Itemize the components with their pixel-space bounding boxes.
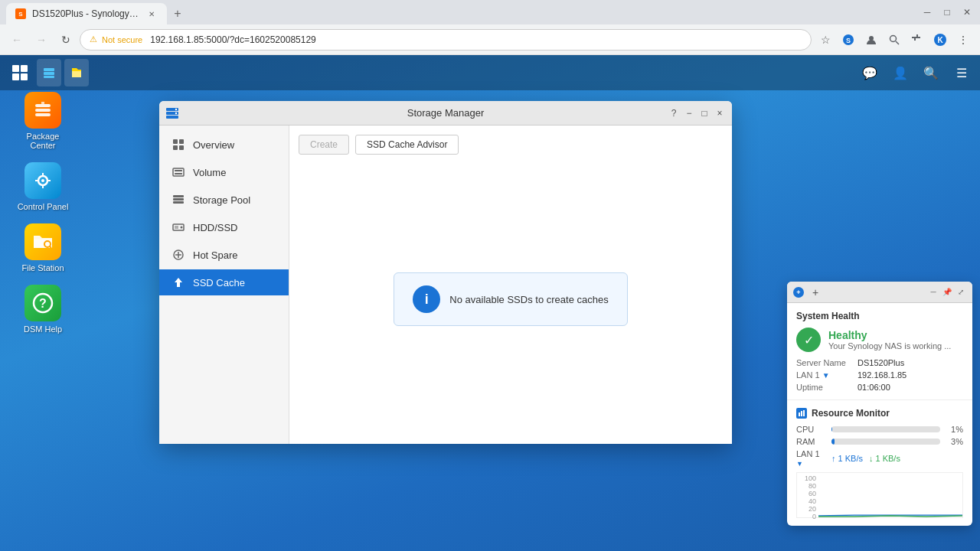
server-name-row: Server Name DS1520Plus xyxy=(796,358,963,367)
taskbar-user-button[interactable]: 👤 xyxy=(888,60,913,85)
widget-add-button[interactable]: + xyxy=(810,287,821,298)
svg-point-17 xyxy=(41,179,44,182)
extensions-button[interactable] xyxy=(906,29,928,51)
sidebar-item-volume[interactable]: Volume xyxy=(159,159,289,185)
apps-grid-icon xyxy=(12,65,28,80)
synology-extension-button[interactable]: S xyxy=(838,29,859,51)
not-secure-label: Not secure xyxy=(102,35,142,44)
forward-button[interactable]: → xyxy=(31,29,52,51)
browser-restore-button[interactable]: □ xyxy=(940,5,954,19)
svg-point-43 xyxy=(181,227,183,229)
profile-avatar-button[interactable]: K xyxy=(929,29,951,51)
ssd-cache-advisor-button[interactable]: SSD Cache Advisor xyxy=(355,135,459,155)
new-tab-button[interactable]: + xyxy=(167,3,188,24)
info-message-text: No available SSDs to create caches xyxy=(449,294,608,305)
svg-rect-15 xyxy=(41,102,44,104)
address-bar[interactable]: ⚠ Not secure 192.168.1.85:5000/?dc=16025… xyxy=(80,29,812,51)
svg-rect-36 xyxy=(173,168,184,176)
svg-rect-38 xyxy=(175,173,182,174)
search-button[interactable] xyxy=(884,29,905,51)
chart-label-20: 20 xyxy=(797,505,818,513)
tab-close-button[interactable]: ✕ xyxy=(145,8,158,20)
widget-minimize-button[interactable]: ─ xyxy=(928,287,939,298)
svg-rect-12 xyxy=(35,104,51,107)
svg-text:S: S xyxy=(846,37,851,44)
taskbar-storage-manager-button[interactable] xyxy=(37,59,61,86)
hot-spare-icon xyxy=(172,248,185,262)
menu-button[interactable]: ⋮ xyxy=(952,29,974,51)
taskbar-file-station-button[interactable] xyxy=(64,59,89,86)
chart-label-40: 40 xyxy=(797,497,818,505)
desktop-icon-file-station[interactable]: File Station xyxy=(15,223,70,272)
desktop-icon-dsm-help[interactable]: ? DSM Help xyxy=(15,285,70,334)
ram-bar-container xyxy=(831,439,940,445)
tab-title: DS1520Plus - Synology NAS xyxy=(32,8,139,19)
window-close-button[interactable]: × xyxy=(714,107,726,119)
taskbar-search-button[interactable]: 🔍 xyxy=(919,60,943,85)
svg-rect-14 xyxy=(35,113,51,116)
svg-rect-39 xyxy=(173,195,184,197)
file-station-label: File Station xyxy=(21,263,64,272)
lan1-dropdown-icon[interactable]: ▼ xyxy=(796,460,803,468)
sidebar-item-hdd-ssd[interactable]: HDD/SSD xyxy=(159,214,289,240)
widget-title-icon: + xyxy=(793,287,804,298)
sidebar-item-storage-pool[interactable]: Storage Pool xyxy=(159,187,289,213)
ram-bar xyxy=(831,439,835,445)
hdd-ssd-label: HDD/SSD xyxy=(193,222,238,233)
health-status-desc: Your Synology NAS is working ... xyxy=(828,341,951,350)
desktop-icons-container: PackageCenter Control Panel File Station… xyxy=(15,92,70,334)
create-button[interactable]: Create xyxy=(299,135,349,155)
lan-dropdown-icon[interactable]: ▼ xyxy=(822,371,830,380)
window-help-button[interactable]: ? xyxy=(668,107,680,119)
sidebar-item-overview[interactable]: Overview xyxy=(159,132,289,158)
window-restore-button[interactable]: □ xyxy=(698,107,710,119)
nas-taskbar: 💬 👤 🔍 ☰ xyxy=(0,55,980,90)
lan1-label-text: LAN 1 xyxy=(796,449,820,458)
back-button[interactable]: ← xyxy=(6,29,28,51)
health-status-label: Healthy xyxy=(828,329,951,341)
cpu-percentage: 1% xyxy=(945,425,963,434)
desktop-icon-control-panel[interactable]: Control Panel xyxy=(15,162,70,211)
widget-expand-button[interactable]: ⤢ xyxy=(956,287,966,298)
system-health-section: System Health ✓ Healthy Your Synology NA… xyxy=(787,303,972,400)
svg-rect-49 xyxy=(799,412,800,416)
hot-spare-label: Hot Spare xyxy=(193,249,238,261)
main-toolbar: Create SSD Cache Advisor xyxy=(299,135,723,155)
chart-plot-area xyxy=(818,473,962,517)
svg-line-6 xyxy=(896,41,899,44)
lan-resource-row: LAN 1 ▼ ↑ 1 KB/s ↓ 1 KB/s xyxy=(796,449,963,468)
sidebar-item-ssd-cache[interactable]: SSD Cache xyxy=(159,269,289,295)
lan-label-text: LAN 1 xyxy=(796,370,820,380)
browser-tab-active[interactable]: S DS1520Plus - Synology NAS ✕ xyxy=(6,3,167,24)
sidebar-item-hot-spare[interactable]: Hot Spare xyxy=(159,242,289,268)
lan-label-detail: LAN 1 ▼ xyxy=(796,370,858,380)
package-center-icon xyxy=(24,92,61,129)
storage-manager-window: Storage Manager ? − □ × Overview xyxy=(159,101,732,444)
url-display: 192.168.1.85:5000/?dc=1602520085129 xyxy=(150,34,316,45)
taskbar-chat-button[interactable]: 💬 xyxy=(858,60,882,85)
file-station-icon xyxy=(70,67,83,79)
sidebar: Overview Volume Storage Pool xyxy=(159,126,289,444)
taskbar-apps-button[interactable] xyxy=(6,59,34,86)
taskbar-options-button[interactable]: ☰ xyxy=(949,60,974,85)
desktop-icon-package-center[interactable]: PackageCenter xyxy=(15,92,70,150)
cpu-bar-container xyxy=(831,426,940,432)
widget-pin-button[interactable]: 📌 xyxy=(942,287,952,298)
uptime-label: Uptime xyxy=(796,383,858,392)
browser-minimize-button[interactable]: ─ xyxy=(920,5,934,19)
browser-close-button[interactable]: ✕ xyxy=(960,5,974,19)
system-health-widget: + + ─ 📌 ⤢ System Health ✓ Healthy Your S… xyxy=(787,282,972,526)
chart-label-60: 60 xyxy=(797,490,818,497)
refresh-button[interactable]: ↻ xyxy=(55,29,77,51)
window-minimize-button[interactable]: − xyxy=(683,107,695,119)
svg-text:S: S xyxy=(18,11,23,18)
svg-rect-9 xyxy=(44,68,54,71)
storage-manager-icon xyxy=(43,67,55,79)
storage-manager-titlebar-icon xyxy=(165,106,179,120)
overview-icon xyxy=(172,138,185,152)
profile-button[interactable] xyxy=(861,29,882,51)
ram-percentage: 3% xyxy=(945,437,963,446)
chart-label-80: 80 xyxy=(797,482,818,490)
bookmark-star-button[interactable]: ☆ xyxy=(815,29,836,51)
resource-chart: 100 80 60 40 20 0 xyxy=(796,472,963,518)
